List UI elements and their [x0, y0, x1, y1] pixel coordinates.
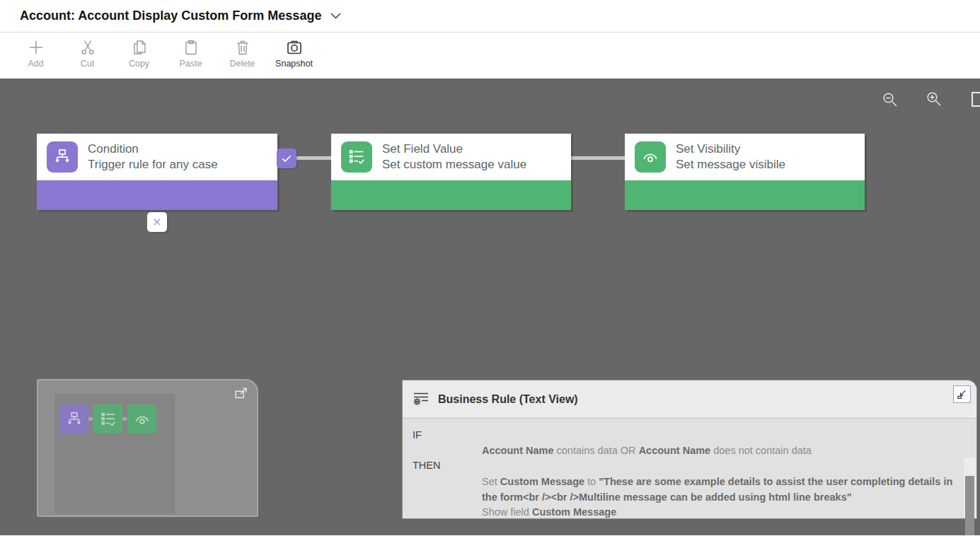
paste-button[interactable]: Paste [173, 39, 208, 78]
fit-view-icon[interactable] [972, 92, 980, 107]
minimap-expand-icon[interactable] [234, 385, 249, 401]
delete-condition-badge[interactable] [147, 212, 167, 232]
node-accent-bar [331, 180, 571, 210]
list-check-icon [341, 141, 372, 173]
minimap-condition-node [59, 404, 88, 433]
delete-button[interactable]: Delete [225, 39, 260, 78]
node-title: Set Visibility [676, 141, 785, 157]
connector-line [296, 156, 331, 160]
rule-text-content: IF Account Name contains data OR Account… [403, 419, 976, 518]
minimap-connector [88, 417, 93, 421]
window-header: Account: Account Display Custom Form Mes… [0, 0, 980, 33]
clipboard-icon [183, 39, 200, 56]
minimap[interactable] [37, 379, 258, 517]
designer-canvas[interactable]: Condition Trigger rule for any case Set … [0, 78, 980, 535]
page-title: Account: Account Display Custom Form Mes… [20, 8, 321, 23]
if-label: IF [413, 429, 422, 441]
rule-list-gear-icon [412, 390, 430, 409]
node-accent-bar [625, 180, 865, 210]
node-title: Set Field Value [382, 141, 526, 157]
plus-icon [28, 39, 45, 56]
copy-icon [131, 39, 148, 56]
copy-button[interactable]: Copy [122, 39, 156, 78]
panel-scrollbar[interactable] [964, 458, 976, 518]
condition-node[interactable]: Condition Trigger rule for any case [37, 134, 277, 210]
connector-line [571, 156, 625, 160]
business-rule-text-view-panel: Business Rule (Text View) IF Account Nam… [402, 380, 977, 519]
scissors-icon [79, 39, 96, 56]
node-title: Condition [88, 141, 218, 157]
minimap-connector [122, 417, 127, 421]
then-actions-text: Set Custom Message to "These are some ex… [482, 474, 962, 520]
branch-icon [47, 141, 78, 173]
snapshot-button[interactable]: Snapshot [277, 39, 311, 78]
show-field-action-text: Show field Custom Message [482, 505, 962, 520]
node-subtitle: Set custom message value [382, 157, 526, 173]
minimap-set-field-node [93, 404, 122, 433]
scrollbar-thumb[interactable] [965, 476, 974, 535]
collapse-panel-icon[interactable] [953, 385, 971, 403]
minimap-visibility-node [127, 404, 156, 433]
eye-icon [635, 141, 666, 173]
if-condition-text: Account Name contains data OR Account Na… [482, 443, 812, 459]
set-visibility-node[interactable]: Set Visibility Set message visibile [625, 134, 865, 210]
toolbar: Add Cut Copy Paste Delete [0, 33, 980, 78]
zoom-in-icon[interactable] [926, 91, 942, 107]
zoom-out-icon[interactable] [882, 91, 899, 108]
set-field-action-text: Set Custom Message to "These are some ex… [482, 474, 962, 505]
chevron-down-icon[interactable] [330, 12, 342, 20]
set-field-value-node[interactable]: Set Field Value Set custom message value [331, 134, 571, 210]
node-accent-bar [37, 180, 277, 210]
cut-button[interactable]: Cut [70, 39, 105, 78]
node-subtitle: Set message visibile [676, 157, 785, 173]
trash-icon [234, 39, 251, 56]
then-label: THEN [413, 460, 440, 471]
panel-header: Business Rule (Text View) [403, 380, 976, 419]
add-button[interactable]: Add [18, 39, 53, 78]
check-badge[interactable] [277, 148, 296, 168]
camera-icon [286, 39, 303, 56]
node-subtitle: Trigger rule for any case [88, 157, 218, 173]
panel-title: Business Rule (Text View) [438, 393, 578, 406]
